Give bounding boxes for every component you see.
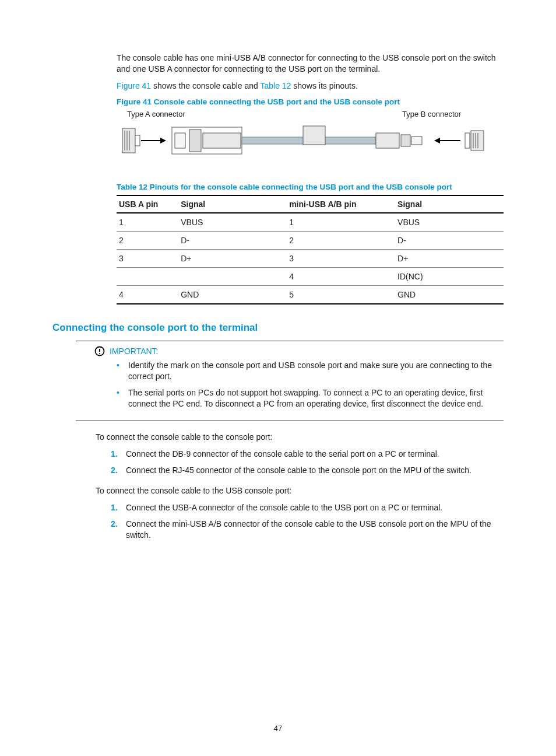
callout-bullet: The serial ports on PCs do not support h… — [117, 387, 504, 410]
important-label: IMPORTANT: — [110, 346, 159, 356]
svg-rect-19 — [471, 131, 484, 150]
table-cell: 5 — [287, 285, 395, 304]
table-cell: 2 — [117, 231, 178, 249]
table-row: 1VBUS1VBUS — [117, 213, 504, 232]
table-cell: D+ — [395, 249, 504, 267]
text-span: shows the console cable and — [151, 81, 260, 90]
table-cell: VBUS — [178, 213, 287, 232]
svg-rect-13 — [376, 133, 399, 148]
svg-rect-15 — [411, 136, 422, 145]
figure-41: Type A connector Type B connector — [117, 110, 490, 165]
table-cell: 3 — [117, 249, 178, 267]
col-header: Signal — [178, 195, 287, 213]
svg-rect-14 — [401, 135, 410, 146]
table-cell: 3 — [287, 249, 395, 267]
table-cell — [178, 267, 287, 285]
pinout-table: USB A pin Signal mini-USB A/B pin Signal… — [117, 195, 504, 304]
col-header: mini-USB A/B pin — [287, 195, 395, 213]
table-cell: 1 — [287, 213, 395, 232]
figure-caption: Figure 41 Console cable connecting the U… — [117, 97, 504, 106]
table-cell: D+ — [178, 249, 287, 267]
important-callout: IMPORTANT: Identify the mark on the cons… — [76, 341, 504, 421]
instr-lead-2: To connect the console cable to the USB … — [96, 485, 504, 496]
table-cell: 4 — [117, 285, 178, 304]
svg-marker-17 — [434, 138, 440, 144]
page-number: 47 — [0, 724, 556, 733]
table-row: 2D-2D- — [117, 231, 504, 249]
table-cell: GND — [178, 285, 287, 304]
table-row: 4ID(NC) — [117, 267, 504, 285]
callout-bullet: Identify the mark on the console port an… — [117, 360, 504, 383]
svg-rect-10 — [203, 133, 241, 148]
table-cell: VBUS — [395, 213, 504, 232]
svg-point-25 — [99, 353, 100, 354]
table-row: 3D+3D+ — [117, 249, 504, 267]
table-cell: 2 — [287, 231, 395, 249]
svg-rect-0 — [122, 128, 135, 153]
table-cell: ID(NC) — [395, 267, 504, 285]
svg-rect-18 — [465, 133, 470, 148]
intro-paragraph-1: The console cable has one mini-USB A/B c… — [117, 52, 504, 75]
step-item: Connect the USB-A connector of the conso… — [111, 502, 504, 514]
table-cell: 1 — [117, 213, 178, 232]
intro-paragraph-2: Figure 41 shows the console cable and Ta… — [117, 80, 504, 92]
step-item: Connect the DB-9 connector of the consol… — [111, 449, 504, 460]
col-header: USB A pin — [117, 195, 178, 213]
svg-rect-12 — [303, 126, 325, 145]
col-header: Signal — [395, 195, 504, 213]
table-link[interactable]: Table 12 — [260, 81, 291, 90]
text-span: shows its pinouts. — [291, 81, 357, 90]
instr-lead-1: To connect the console cable to the cons… — [96, 432, 504, 443]
svg-marker-6 — [160, 138, 166, 144]
table-cell: D- — [178, 231, 287, 249]
cable-diagram-svg — [117, 110, 490, 165]
svg-rect-9 — [189, 130, 201, 152]
table-cell: D- — [395, 231, 504, 249]
table-cell: 4 — [287, 267, 395, 285]
table-row: 4GND5GND — [117, 285, 504, 304]
svg-rect-4 — [135, 135, 140, 146]
table-header-row: USB A pin Signal mini-USB A/B pin Signal — [117, 195, 504, 213]
svg-rect-8 — [175, 133, 185, 148]
table-cell — [117, 267, 178, 285]
section-heading: Connecting the console port to the termi… — [52, 322, 504, 334]
step-item: Connect the RJ-45 connector of the conso… — [111, 465, 504, 477]
figure-link[interactable]: Figure 41 — [117, 81, 151, 90]
table-cell: GND — [395, 285, 504, 304]
table-caption: Table 12 Pinouts for the console cable c… — [117, 183, 504, 191]
step-item: Connect the mini-USB A/B connector of th… — [111, 519, 504, 541]
important-icon — [94, 346, 105, 356]
